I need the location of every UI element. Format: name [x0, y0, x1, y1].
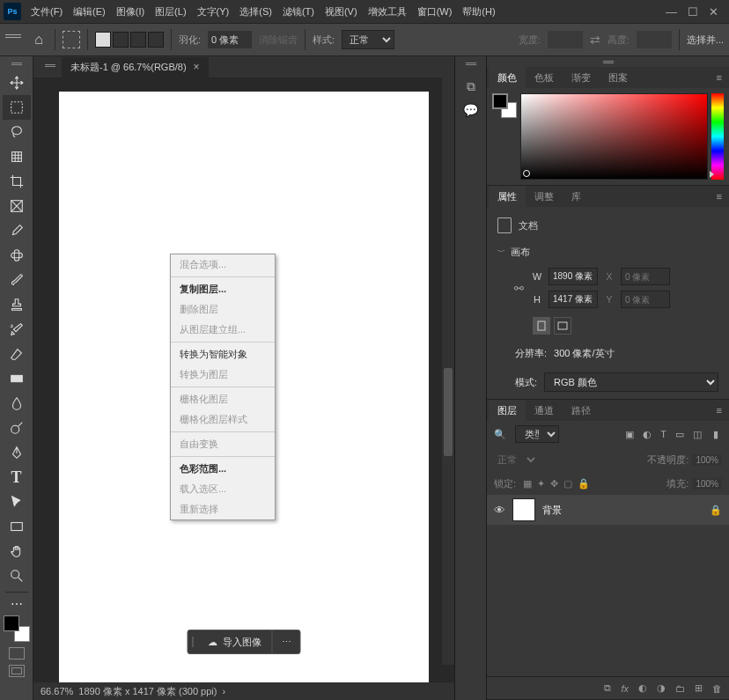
screenmode-icon[interactable] — [9, 665, 25, 677]
ctx-color-range[interactable]: 色彩范围... — [171, 459, 275, 479]
portrait-icon[interactable] — [533, 317, 550, 335]
wand-tool-icon[interactable] — [3, 144, 31, 169]
menu-window[interactable]: 窗口(W) — [413, 3, 457, 21]
foreground-swatch[interactable] — [4, 615, 19, 631]
link-layers-icon[interactable]: ⧉ — [604, 682, 611, 694]
layer-name[interactable]: 背景 — [542, 504, 703, 517]
panel-icon-1[interactable]: ⧉ — [467, 79, 475, 94]
panel-menu-icon[interactable]: ≡ — [710, 405, 729, 416]
scroll-thumb[interactable] — [444, 368, 453, 456]
lock-move-icon[interactable]: ✥ — [550, 478, 558, 490]
doc-drag-handle[interactable] — [44, 62, 56, 69]
filter-smart-icon[interactable]: ◫ — [693, 429, 702, 440]
minimize-icon[interactable]: ― — [666, 5, 677, 18]
hand-tool-icon[interactable] — [3, 539, 31, 564]
tab-color[interactable]: 颜色 — [489, 67, 526, 89]
tab-properties[interactable]: 属性 — [489, 186, 526, 208]
panel-icon-2[interactable]: 💬 — [463, 103, 478, 117]
path-select-tool-icon[interactable] — [3, 490, 31, 514]
tab-layers[interactable]: 图层 — [489, 400, 526, 422]
document-tab[interactable]: 未标题-1 @ 66.7%(RGB/8) × — [62, 57, 209, 77]
lock-position-icon[interactable]: ✦ — [537, 478, 545, 490]
vertical-scrollbar[interactable] — [442, 77, 454, 665]
zoom-level[interactable]: 66.67% — [40, 686, 73, 696]
blur-tool-icon[interactable] — [3, 391, 31, 416]
history-brush-tool-icon[interactable] — [3, 317, 31, 342]
canvas-viewport[interactable]: 混合选项... 复制图层... 删除图层 从图层建立组... 转换为智能对象 转… — [33, 77, 454, 682]
lock-icon[interactable]: 🔒 — [710, 505, 722, 516]
tab-libraries[interactable]: 库 — [563, 186, 590, 208]
layer-filter-select[interactable]: 类型 — [515, 425, 559, 443]
link-wh-icon[interactable]: ⚯ — [512, 276, 526, 300]
height-field[interactable] — [549, 291, 598, 308]
heal-tool-icon[interactable] — [3, 243, 31, 268]
subtract-selection-icon[interactable] — [130, 32, 146, 48]
landscape-icon[interactable] — [554, 317, 571, 335]
import-more-button[interactable]: ⋯ — [272, 630, 300, 653]
rpanel-drag-handle[interactable] — [595, 58, 622, 65]
dodge-tool-icon[interactable] — [3, 416, 31, 440]
tab-channels[interactable]: 通道 — [526, 400, 563, 422]
tab-close-icon[interactable]: × — [194, 61, 200, 73]
canvas-group-toggle[interactable]: ﹀ 画布 — [497, 246, 718, 259]
new-selection-icon[interactable] — [95, 32, 111, 48]
tab-patterns[interactable]: 图案 — [600, 67, 637, 89]
stamp-tool-icon[interactable] — [3, 292, 31, 317]
move-tool-icon[interactable] — [3, 70, 31, 95]
status-chevron-icon[interactable]: › — [222, 686, 225, 696]
tab-swatches[interactable]: 色板 — [526, 67, 563, 89]
menu-select[interactable]: 选择(S) — [235, 3, 276, 21]
lock-pixels-icon[interactable]: ▦ — [523, 478, 532, 490]
intersect-selection-icon[interactable] — [148, 32, 164, 48]
layer-thumbnail[interactable] — [512, 498, 535, 521]
width-field[interactable] — [549, 268, 598, 285]
tab-adjustments[interactable]: 调整 — [526, 186, 563, 208]
color-field[interactable] — [520, 93, 708, 180]
filter-shape-icon[interactable]: ▭ — [675, 429, 684, 440]
filter-type-icon[interactable]: T — [660, 429, 666, 440]
import-toolbar[interactable]: ☁ 导入图像 ⋯ — [188, 630, 301, 654]
layer-row[interactable]: 👁 背景 🔒 — [487, 495, 729, 525]
crop-tool-icon[interactable] — [3, 169, 31, 194]
menu-type[interactable]: 文字(Y) — [193, 3, 234, 21]
menu-help[interactable]: 帮助(H) — [458, 3, 499, 21]
new-layer-icon[interactable]: ⊞ — [695, 682, 703, 694]
tab-paths[interactable]: 路径 — [563, 400, 600, 422]
menu-file[interactable]: 文件(F) — [26, 3, 67, 21]
fx-icon[interactable]: fx — [621, 683, 629, 694]
color-swatches[interactable] — [4, 615, 30, 642]
menu-image[interactable]: 图像(I) — [112, 3, 149, 21]
lock-all-icon[interactable]: 🔒 — [578, 478, 590, 490]
menu-plugins[interactable]: 增效工具 — [364, 3, 411, 21]
feather-input[interactable] — [208, 31, 252, 48]
zoom-tool-icon[interactable] — [3, 564, 31, 588]
import-drag-handle[interactable] — [188, 637, 197, 647]
tools-drag-handle[interactable] — [4, 60, 30, 67]
panel-menu-icon[interactable]: ≡ — [710, 191, 729, 202]
menu-filter[interactable]: 滤镜(T) — [278, 3, 319, 21]
filter-toggle-icon[interactable]: ▮ — [711, 429, 722, 440]
add-selection-icon[interactable] — [113, 32, 129, 48]
type-tool-icon[interactable]: T — [3, 465, 31, 490]
hue-cursor-icon[interactable] — [710, 171, 714, 178]
color-cursor-icon[interactable] — [523, 170, 530, 177]
gradient-tool-icon[interactable] — [3, 366, 31, 391]
ctx-duplicate-layer[interactable]: 复制图层... — [171, 279, 275, 299]
mask-icon[interactable]: ◐ — [638, 682, 647, 694]
hue-slider[interactable] — [711, 93, 724, 180]
adjustment-layer-icon[interactable]: ◑ — [657, 682, 666, 694]
select-mask-button[interactable]: 选择并... — [687, 33, 724, 47]
frame-tool-icon[interactable] — [3, 194, 31, 218]
color-picker-swatches[interactable] — [492, 93, 517, 180]
delete-layer-icon[interactable]: 🗑 — [712, 683, 722, 694]
filter-adjust-icon[interactable]: ◐ — [643, 429, 652, 440]
pen-tool-icon[interactable] — [3, 440, 31, 465]
mode-select[interactable]: RGB 颜色 — [544, 372, 718, 392]
ctx-convert-smart-object[interactable]: 转换为智能对象 — [171, 344, 275, 365]
menu-edit[interactable]: 编辑(E) — [69, 3, 110, 21]
filter-search-icon[interactable]: 🔍 — [494, 429, 506, 440]
eraser-tool-icon[interactable] — [3, 342, 31, 366]
quickmask-icon[interactable] — [9, 647, 25, 659]
panel-menu-icon[interactable]: ≡ — [710, 72, 729, 83]
group-icon[interactable]: 🗀 — [675, 683, 685, 694]
